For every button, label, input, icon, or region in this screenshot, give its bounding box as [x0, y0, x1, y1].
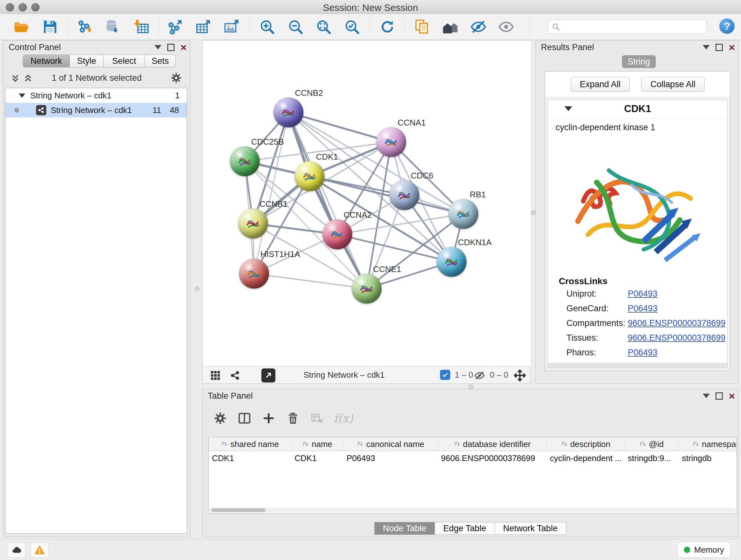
- network-node-RB1[interactable]: [448, 199, 478, 229]
- show-columns-button[interactable]: [237, 410, 253, 426]
- splitter-handle[interactable]: [531, 210, 536, 215]
- export-table-button[interactable]: [193, 17, 213, 37]
- network-canvas[interactable]: CCNB2CCNA1CDC25BCDK1CDC6RB1CCNB1CCNA2CDK…: [203, 41, 531, 367]
- network-node-CCNB1[interactable]: [238, 208, 268, 239]
- column-header-database-identifier[interactable]: database identifier: [438, 437, 547, 451]
- import-network-from-file-button[interactable]: [75, 17, 95, 37]
- network-node-CCNE1[interactable]: [352, 273, 382, 304]
- column-sort-icon[interactable]: [221, 441, 228, 448]
- column-header-namespace[interactable]: namespace: [679, 437, 737, 451]
- import-table-button[interactable]: [131, 17, 152, 37]
- network-overview-button[interactable]: [228, 368, 242, 382]
- panel-float-icon[interactable]: [167, 44, 175, 51]
- crosslink-link[interactable]: P06493: [628, 289, 657, 299]
- network-node-CCNA2[interactable]: [322, 219, 352, 249]
- column-sort-icon[interactable]: [692, 441, 699, 448]
- zoom-selected-button[interactable]: [342, 17, 362, 37]
- export-image-button[interactable]: [221, 17, 242, 37]
- tab-node-table[interactable]: Node Table: [374, 522, 435, 535]
- crosslink-link[interactable]: P06493: [628, 348, 657, 358]
- results-scrollbar[interactable]: [548, 363, 727, 368]
- network-node-CDC25B[interactable]: [230, 146, 260, 176]
- refresh-layout-button[interactable]: [377, 17, 398, 37]
- memory-button[interactable]: Memory: [677, 542, 731, 558]
- pan-mode-button[interactable]: [513, 368, 527, 382]
- table-options-button[interactable]: [212, 410, 228, 426]
- delete-column-button[interactable]: [285, 410, 301, 426]
- network-node-CDC6[interactable]: [389, 180, 419, 210]
- import-network-from-database-button[interactable]: [103, 17, 124, 37]
- crosslink-link[interactable]: 9606.ENSP00000378699: [628, 318, 725, 328]
- expand-all-button[interactable]: Expand All: [570, 77, 630, 91]
- houses-button[interactable]: [440, 17, 461, 37]
- panel-close-icon[interactable]: ×: [729, 392, 735, 400]
- export-network-button[interactable]: [165, 17, 185, 37]
- column-header-canonical-name[interactable]: canonical name: [343, 437, 438, 451]
- network-node-CCNB2[interactable]: [273, 98, 304, 127]
- tab-network-table[interactable]: Network Table: [495, 522, 566, 535]
- panel-menu-icon[interactable]: [154, 45, 161, 50]
- panel-menu-icon[interactable]: [703, 394, 710, 398]
- tab-sets[interactable]: Sets: [145, 55, 176, 67]
- table-cell[interactable]: stringdb:9...: [624, 451, 679, 465]
- warnings-button[interactable]: [30, 543, 49, 558]
- column-sort-icon[interactable]: [639, 441, 646, 448]
- network-node-HIST1H1A[interactable]: [239, 259, 269, 289]
- column-sort-icon[interactable]: [356, 441, 363, 448]
- tab-edge-table[interactable]: Edge Table: [434, 522, 495, 535]
- gene-card-header[interactable]: CDK1: [548, 100, 727, 119]
- network-node-CDKN1A[interactable]: [436, 247, 467, 277]
- network-node-CDK1[interactable]: [294, 161, 325, 191]
- column-sort-icon[interactable]: [454, 441, 461, 448]
- crosslink-link[interactable]: 9606.ENSP00000378699: [628, 333, 725, 343]
- column-sort-icon[interactable]: [561, 441, 568, 448]
- grid-view-button[interactable]: [208, 368, 222, 382]
- panel-float-icon[interactable]: [716, 392, 723, 400]
- tab-network[interactable]: Network: [23, 55, 70, 67]
- table-cell[interactable]: 9606.ENSP00000378699: [438, 451, 547, 465]
- search-field[interactable]: [548, 20, 706, 34]
- open-file-button[interactable]: [11, 17, 31, 37]
- tab-string[interactable]: String: [622, 55, 656, 68]
- network-edge[interactable]: [254, 273, 367, 289]
- table-row[interactable]: CDK1CDK1P064939606.ENSP00000378699cyclin…: [209, 451, 737, 465]
- export-view-button[interactable]: [261, 368, 275, 382]
- tab-select[interactable]: Select: [104, 55, 145, 67]
- show-all-button[interactable]: [496, 17, 516, 37]
- scrollbar-thumb[interactable]: [211, 508, 266, 512]
- hidden-elements-button[interactable]: [473, 368, 487, 382]
- column-header-shared-name[interactable]: shared name: [209, 437, 291, 451]
- help-button[interactable]: ?: [719, 18, 735, 34]
- table-cell[interactable]: cyclin-dependent ...: [547, 451, 624, 465]
- network-collection-row[interactable]: String Network – cdk1 1: [5, 88, 187, 103]
- create-column-button[interactable]: [261, 410, 277, 426]
- splitter-handle[interactable]: [195, 287, 199, 291]
- network-options-gear-icon[interactable]: [170, 72, 182, 84]
- hide-selected-button[interactable]: [468, 17, 488, 37]
- table-cell[interactable]: P06493: [343, 451, 438, 465]
- column-header--id[interactable]: @id: [624, 437, 679, 451]
- cloud-status-button[interactable]: [8, 543, 25, 558]
- column-header-description[interactable]: description: [547, 437, 624, 451]
- column-sort-icon[interactable]: [302, 441, 309, 448]
- collection-expand-icon[interactable]: [19, 94, 25, 98]
- copy-document-button[interactable]: [412, 17, 432, 37]
- panel-menu-icon[interactable]: [703, 45, 710, 50]
- network-edge[interactable]: [288, 112, 367, 289]
- panel-float-icon[interactable]: [716, 44, 723, 51]
- zoom-fit-button[interactable]: [313, 17, 334, 37]
- table-cell[interactable]: CDK1: [209, 451, 291, 465]
- panel-close-icon[interactable]: ×: [180, 43, 187, 51]
- selected-nodes-checkbox[interactable]: [440, 370, 450, 380]
- network-row-selected[interactable]: String Network – cdk1 11 48: [5, 103, 187, 118]
- column-header-name[interactable]: name: [291, 437, 343, 451]
- panel-close-icon[interactable]: ×: [729, 43, 735, 51]
- table-cell[interactable]: CDK1: [291, 451, 343, 465]
- tab-style[interactable]: Style: [70, 55, 104, 67]
- zoom-out-button[interactable]: [285, 17, 306, 37]
- crosslink-link[interactable]: P06493: [628, 304, 657, 314]
- splitter-handle[interactable]: [468, 385, 473, 389]
- search-input[interactable]: [563, 22, 702, 32]
- save-session-button[interactable]: [40, 17, 60, 37]
- network-node-CCNA1[interactable]: [376, 127, 406, 157]
